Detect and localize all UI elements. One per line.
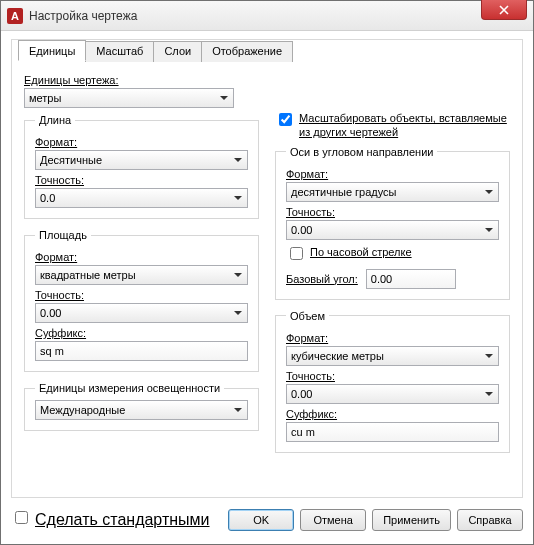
area-format-select[interactable]: квадратные метры — [35, 265, 248, 285]
lighting-select[interactable]: Международные — [35, 400, 248, 420]
area-suffix-label: Суффикс: — [35, 327, 248, 339]
group-length-legend: Длина — [35, 114, 75, 126]
length-format-select[interactable]: Десятичные — [35, 150, 248, 170]
tabs: Единицы Масштаб Слои Отображение — [18, 40, 292, 61]
tab-panel: Единицы Масштаб Слои Отображение Единицы… — [11, 39, 523, 498]
tab-units[interactable]: Единицы — [18, 40, 86, 61]
drawing-units-label: Единицы чертежа: — [24, 74, 510, 86]
tab-pane-units: Единицы чертежа: метры Длина Формат: Дес… — [12, 62, 522, 497]
area-precision-select[interactable]: 0.00 — [35, 303, 248, 323]
tab-layers[interactable]: Слои — [153, 41, 202, 62]
area-format-label: Формат: — [35, 251, 248, 263]
group-area: Площадь Формат: квадратные метры Точност… — [24, 229, 259, 372]
base-angle-label: Базовый угол: — [286, 273, 358, 285]
close-icon — [499, 5, 509, 15]
group-lighting: Единицы измерения освещенности Междунаро… — [24, 382, 259, 431]
drawing-units-select[interactable]: метры — [24, 88, 234, 108]
footer: Сделать стандартными OK Отмена Применить… — [11, 506, 523, 534]
group-volume: Объем Формат: кубические метры Точность:… — [275, 310, 510, 453]
angle-format-select[interactable]: десятичные градусы — [286, 182, 499, 202]
volume-precision-select[interactable]: 0.00 — [286, 384, 499, 404]
group-lighting-legend: Единицы измерения освещенности — [35, 382, 224, 394]
group-area-legend: Площадь — [35, 229, 91, 241]
group-length: Длина Формат: Десятичные Точность: 0.0 — [24, 114, 259, 219]
length-precision-select[interactable]: 0.0 — [35, 188, 248, 208]
make-default-label: Сделать стандартными — [35, 510, 210, 530]
close-button[interactable] — [481, 0, 527, 20]
base-angle-input[interactable] — [366, 269, 456, 289]
group-angle-legend: Оси в угловом направлении — [286, 146, 437, 158]
window-title: Настройка чертежа — [29, 9, 137, 23]
tab-display[interactable]: Отображение — [201, 41, 293, 62]
group-volume-legend: Объем — [286, 310, 329, 322]
ok-button[interactable]: OK — [228, 509, 294, 531]
help-button[interactable]: Справка — [457, 509, 523, 531]
scale-objects-checkbox[interactable] — [279, 113, 292, 126]
volume-suffix-label: Суффикс: — [286, 408, 499, 420]
volume-format-select[interactable]: кубические метры — [286, 346, 499, 366]
area-precision-label: Точность: — [35, 289, 248, 301]
cancel-button[interactable]: Отмена — [300, 509, 366, 531]
volume-format-label: Формат: — [286, 332, 499, 344]
tab-scale[interactable]: Масштаб — [85, 41, 154, 62]
scale-objects-label: Масштабировать объекты, вставляемые из д… — [299, 112, 510, 140]
angle-format-label: Формат: — [286, 168, 499, 180]
clockwise-label: По часовой стрелке — [310, 246, 412, 260]
dialog-window: A Настройка чертежа Единицы Масштаб Слои… — [0, 0, 534, 545]
length-precision-label: Точность: — [35, 174, 248, 186]
make-default-checkbox[interactable] — [15, 511, 28, 524]
titlebar: A Настройка чертежа — [1, 1, 533, 31]
volume-precision-label: Точность: — [286, 370, 499, 382]
length-format-label: Формат: — [35, 136, 248, 148]
area-suffix-input[interactable] — [35, 341, 248, 361]
angle-precision-label: Точность: — [286, 206, 499, 218]
volume-suffix-input[interactable] — [286, 422, 499, 442]
group-angle: Оси в угловом направлении Формат: десяти… — [275, 146, 510, 300]
app-icon: A — [7, 8, 23, 24]
angle-precision-select[interactable]: 0.00 — [286, 220, 499, 240]
clockwise-checkbox[interactable] — [290, 247, 303, 260]
apply-button[interactable]: Применить — [372, 509, 451, 531]
